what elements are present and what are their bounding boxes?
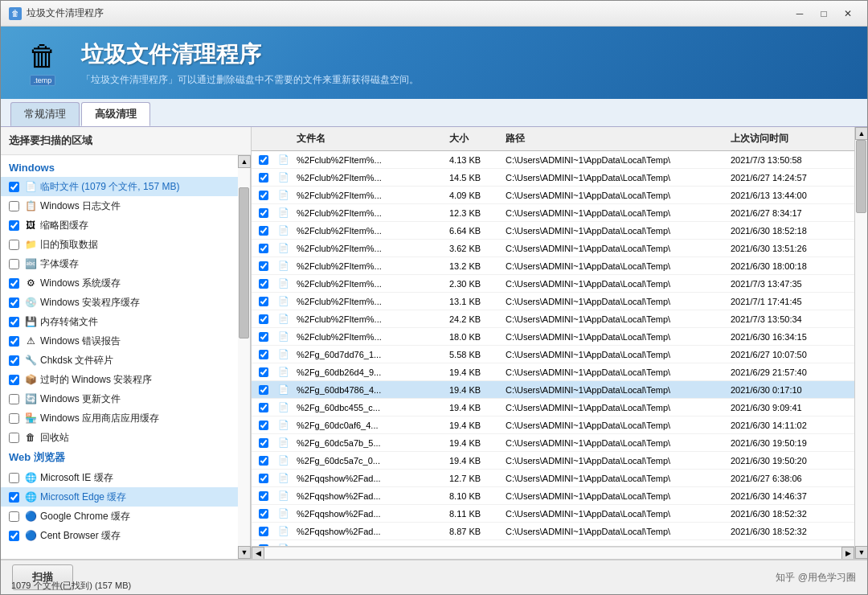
list-item-ie: 🌐 Microsoft IE 缓存 [1,468,238,487]
table-row: 📄 %2Fclub%2FItem%... 4.13 KB C:\Users\AD… [252,151,854,169]
right-scroll-down[interactable]: ▼ [855,546,867,559]
row-checkbox[interactable] [259,314,268,324]
row-checkbox[interactable] [259,297,268,306]
log-icon: 📋 [24,199,37,212]
row-path: C:\Users\ADMINI~1\AppData\Local\Temp\ [501,191,726,200]
main-content: 选择要扫描的区域 Windows 📄 临时文件 (1079 个文件, 157 M… [1,127,867,559]
list-item-edge: 🌐 Microsoft Edge 缓存 [1,487,238,507]
row-checkbox[interactable] [259,173,268,183]
row-checkbox[interactable] [259,191,268,200]
row-checkbox[interactable] [259,155,268,165]
row-checkbox[interactable] [259,527,268,536]
row-time: 2021/6/13 13:44:00 [726,191,854,200]
checkbox-font[interactable] [9,259,19,269]
row-checkbox[interactable] [259,438,268,448]
row-checkbox[interactable] [259,403,268,412]
file-table-body: 📄 %2Fclub%2FItem%... 4.13 KB C:\Users\AD… [252,151,854,546]
row-checkbox[interactable] [259,385,268,395]
maximize-button[interactable]: □ [813,6,835,22]
file-icon: 📄 [278,314,289,324]
checkbox-winupdate[interactable] [9,394,19,404]
row-filename: %2Fclub%2FItem%... [292,191,444,200]
row-checkbox[interactable] [259,279,268,289]
row-path: C:\Users\ADMINI~1\AppData\Local\Temp\ [501,244,726,253]
checkbox-temp[interactable] [9,182,19,192]
oldinstall-icon: 📦 [24,373,37,386]
row-checkbox[interactable] [259,474,268,483]
table-row: 📄 %2Fg_60db4786_4... 19.4 KB C:\Users\AD… [252,381,854,399]
errorreport-icon: ⚠ [24,334,37,347]
checkbox-errorreport[interactable] [9,336,19,347]
item-label-cent: Cent Browser 缓存 [40,529,121,543]
checkbox-cent[interactable] [9,531,19,541]
checkbox-syscache[interactable] [9,278,19,289]
row-checkbox[interactable] [259,226,268,236]
left-scroll-up[interactable]: ▲ [238,155,251,168]
file-icon: 📄 [278,225,289,236]
row-size: 13.1 KB [444,297,501,306]
row-checkbox-cell [252,474,276,483]
checkbox-chkdsk[interactable] [9,355,19,366]
checkbox-chrome[interactable] [9,511,19,522]
tab-advanced-clean[interactable]: 高级清理 [81,102,150,126]
row-file-icon: 📄 [276,190,292,200]
table-row: 📄 %2Fqqshow%2Fad... 12.7 KB C:\Users\ADM… [252,470,854,487]
h-scroll-right[interactable]: ▶ [841,547,854,560]
left-scroll-down[interactable]: ▼ [238,546,251,559]
row-path: C:\Users\ADMINI~1\AppData\Local\Temp\ [501,279,726,289]
checkbox-log[interactable] [9,201,19,211]
row-checkbox[interactable] [259,244,268,253]
checkbox-memdump[interactable] [9,317,19,327]
row-checkbox[interactable] [259,350,268,359]
row-path: C:\Users\ADMINI~1\AppData\Local\Temp\ [501,173,726,183]
h-scroll-left[interactable]: ◀ [252,547,264,560]
checkbox-prefetch[interactable] [9,240,19,250]
row-size: 19.4 KB [444,421,501,430]
right-scroll-up[interactable]: ▲ [855,127,867,140]
row-path: C:\Users\ADMINI~1\AppData\Local\Temp\ [501,438,726,448]
row-size: 19.4 KB [444,438,501,448]
checkbox-recycle[interactable] [9,433,19,443]
checkbox-storecache[interactable] [9,413,19,424]
header-check [252,130,276,147]
row-filename: %2Fclub%2FItem%... [292,279,444,289]
table-row: 📄 %2Fclub%2FItem%... 13.1 KB C:\Users\AD… [252,293,854,310]
row-checkbox[interactable] [259,261,268,271]
row-checkbox[interactable] [259,367,268,377]
checkbox-ie[interactable] [9,473,19,483]
list-item-thumb: 🖼 缩略图缓存 [1,215,238,235]
row-filename: %2Fg_60dc5a7b_5... [292,438,444,448]
close-button[interactable]: ✕ [837,6,859,22]
checkbox-thumb[interactable] [9,220,19,231]
row-checkbox[interactable] [259,456,268,466]
row-size: 12.3 KB [444,208,501,218]
row-file-icon: 📄 [276,473,292,483]
checkbox-oldinstall[interactable] [9,375,19,385]
section-web: Web 浏览器 [1,447,238,468]
left-scrollbar: ▲ ▼ [238,155,251,559]
row-checkbox[interactable] [259,332,268,342]
minimize-button[interactable]: ─ [788,6,811,22]
file-icon: 📄 [278,243,289,253]
right-scroll-thumb[interactable] [856,140,866,213]
row-path: C:\Users\ADMINI~1\AppData\Local\Temp\ [501,491,726,501]
temp-icon: 📄 [24,180,37,193]
checkbox-edge[interactable] [9,492,19,503]
row-time: 2021/6/30 18:00:18 [726,261,854,271]
font-icon: 🔤 [24,257,37,270]
app-header: 🗑 .temp 垃圾文件清理程序 「垃圾文件清理程序」可以通过删除磁盘中不需要的… [1,27,867,99]
checkbox-installcache[interactable] [9,298,19,308]
row-checkbox-cell [252,226,276,236]
item-label-installcache: Windows 安装程序缓存 [40,296,140,310]
row-time: 2021/6/30 18:52:18 [726,226,854,236]
right-panel-inner: 文件名 大小 路径 上次访问时间 📄 %2Fclub%2FItem%... 4.… [252,127,867,559]
row-checkbox[interactable] [259,491,268,501]
row-checkbox[interactable] [259,421,268,430]
tab-normal-clean[interactable]: 常规清理 [10,102,80,126]
row-file-icon: 📄 [276,526,292,536]
horizontal-scrollbar: ◀ ▶ [252,546,854,559]
row-checkbox[interactable] [259,208,268,218]
left-scroll-thumb[interactable] [239,187,249,339]
row-checkbox[interactable] [259,509,268,519]
row-file-icon: 📄 [276,455,292,466]
